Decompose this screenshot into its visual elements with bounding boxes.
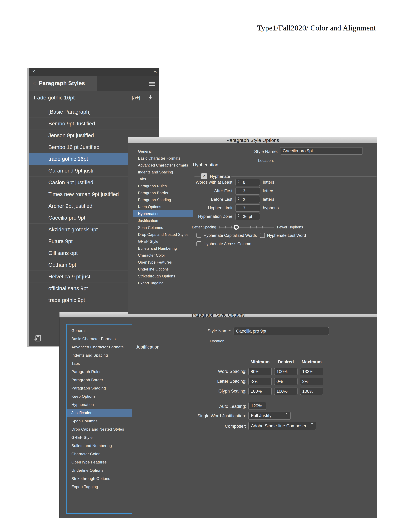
settings-category-item[interactable]: Paragraph Rules — [66, 368, 132, 376]
stepper-down-icon[interactable]: ˇ — [238, 217, 239, 218]
settings-category-item[interactable]: GREP Style — [133, 238, 193, 245]
settings-category-item[interactable]: Export Tagging — [66, 483, 132, 491]
single-word-justification-select[interactable]: Full Justify ˇ — [248, 412, 291, 420]
field-value[interactable]: 3 — [241, 205, 260, 211]
stepper-down-icon[interactable]: ˇ — [238, 191, 239, 193]
current-style-row[interactable]: trade gothic 16pt [a+] — [29, 91, 159, 106]
hyphenation-slider-knob[interactable] — [234, 225, 239, 230]
dialog-titlebar[interactable]: Paragraph Style Options — [128, 137, 377, 143]
style-name-input[interactable]: Caecilia pro 9pt — [280, 147, 363, 155]
settings-category-item[interactable]: Underline Options — [66, 466, 132, 475]
value-field[interactable]: 0% — [274, 378, 298, 385]
select-value: Full Justify — [251, 413, 271, 418]
settings-category-item[interactable]: Hyphenation — [133, 210, 193, 217]
settings-category-item[interactable]: Strikethrough Options — [133, 273, 193, 280]
settings-category-list: GeneralBasic Character FormatsAdvanced C… — [66, 324, 132, 514]
settings-category-item[interactable]: Character Color — [66, 450, 132, 458]
lightning-icon — [148, 95, 152, 102]
checkbox-row[interactable]: Hyphenate Across Column — [196, 241, 251, 246]
settings-category-item[interactable]: Character Color — [133, 252, 193, 259]
numeric-stepper[interactable]: ˆˇ2 — [235, 196, 260, 203]
value-field[interactable]: 2% — [300, 378, 323, 385]
settings-category-item[interactable]: Justification — [133, 217, 193, 224]
tab-paragraph-styles[interactable]: ◇ Paragraph Styles — [29, 76, 97, 91]
collapse-panel-icon[interactable]: « — [154, 68, 156, 74]
field-value[interactable]: 2 — [241, 196, 260, 203]
settings-category-item[interactable]: General — [133, 148, 193, 155]
settings-category-item[interactable]: Indents and Spacing — [133, 169, 193, 176]
numeric-stepper[interactable]: ˆˇ3 — [235, 204, 260, 212]
style-list-item[interactable]: [Basic Paragraph] — [29, 106, 159, 117]
checkbox-row[interactable]: Hyphenate Capitalized Words — [196, 233, 257, 238]
style-name-input[interactable]: Caecilia pro 9pt — [234, 327, 329, 335]
settings-category-item[interactable]: Tabs — [133, 176, 193, 183]
settings-category-item[interactable]: Advanced Character Formats — [133, 162, 193, 169]
settings-category-item[interactable]: General — [66, 326, 132, 335]
numeric-stepper[interactable]: ˆˇ6 — [235, 179, 260, 186]
settings-category-item[interactable]: Bullets and Numbering — [66, 442, 132, 450]
value-field[interactable]: 100% — [300, 388, 323, 395]
value-field[interactable]: 100% — [248, 388, 272, 395]
stepper-buttons[interactable]: ˆˇ — [236, 188, 241, 194]
settings-category-item[interactable]: Span Columns — [66, 417, 132, 425]
value-field[interactable]: 100% — [274, 368, 298, 375]
chevron-down-icon: ˇ — [311, 422, 313, 429]
slider-right-label: Fewer Hyphens — [277, 225, 303, 229]
settings-category-item[interactable]: Drop Caps and Nested Styles — [66, 425, 132, 433]
stepper-buttons[interactable]: ˆˇ — [236, 196, 241, 203]
location-label: Location: — [258, 158, 274, 163]
panel-menu-icon[interactable] — [149, 81, 155, 86]
value-field[interactable]: 80% — [248, 368, 272, 375]
settings-category-item[interactable]: GREP Style — [66, 433, 132, 442]
stepper-buttons[interactable]: ˆˇ — [236, 205, 241, 211]
settings-category-item[interactable]: Justification — [66, 409, 132, 417]
load-styles-icon[interactable] — [34, 334, 41, 344]
checkbox[interactable] — [196, 233, 201, 238]
stepper-down-icon[interactable]: ˇ — [238, 200, 239, 201]
settings-category-item[interactable]: Keep Options — [133, 203, 193, 210]
checkbox[interactable] — [260, 233, 265, 238]
settings-category-item[interactable]: Indents and Spacing — [66, 351, 132, 359]
value-field[interactable]: 133% — [300, 368, 323, 375]
numeric-stepper[interactable]: ˆˇ3 — [235, 187, 260, 195]
close-icon[interactable]: × — [32, 68, 35, 74]
field-unit: letters — [263, 188, 274, 193]
settings-category-item[interactable]: Paragraph Border — [66, 376, 132, 384]
stepper-down-icon[interactable]: ˇ — [238, 182, 239, 184]
settings-category-item[interactable]: Basic Character Formats — [66, 335, 132, 343]
checkbox-row[interactable]: Hyphenate Last Word — [260, 233, 306, 238]
stepper-buttons[interactable]: ˆˇ — [236, 213, 241, 220]
composer-select[interactable]: Adobe Single-line Composer ˇ — [248, 422, 316, 430]
value-field[interactable]: -2% — [248, 378, 272, 385]
settings-category-item[interactable]: OpenType Features — [66, 458, 132, 466]
stepper-buttons[interactable]: ˆˇ — [236, 179, 241, 186]
value-field[interactable]: 100% — [274, 388, 298, 395]
settings-category-item[interactable]: Export Tagging — [133, 280, 193, 287]
settings-category-item[interactable]: Paragraph Border — [133, 190, 193, 197]
settings-category-item[interactable]: Bullets and Numbering — [133, 245, 193, 252]
divider — [136, 356, 376, 356]
settings-category-item[interactable]: Drop Caps and Nested Styles — [133, 231, 193, 238]
stepper-down-icon[interactable]: ˇ — [238, 208, 239, 210]
numeric-stepper[interactable]: ˆˇ36 pt — [235, 213, 260, 220]
settings-category-item[interactable]: Strikethrough Options — [66, 475, 132, 483]
style-list-item[interactable]: Bembo 9pt Justified — [29, 117, 159, 129]
settings-category-item[interactable]: Underline Options — [133, 266, 193, 273]
settings-category-item[interactable]: Paragraph Shading — [133, 197, 193, 203]
justification-table: Word Spacing:80%100%133%Letter Spacing:-… — [182, 367, 326, 396]
field-value[interactable]: 6 — [241, 179, 260, 186]
settings-category-item[interactable]: Paragraph Shading — [66, 384, 132, 392]
settings-category-item[interactable]: Span Columns — [133, 224, 193, 231]
settings-category-item[interactable]: Basic Character Formats — [133, 155, 193, 162]
field-value[interactable]: 3 — [241, 188, 260, 194]
settings-category-item[interactable]: Advanced Character Formats — [66, 343, 132, 351]
auto-leading-input[interactable]: 120% — [248, 402, 266, 410]
settings-category-item[interactable]: OpenType Features — [133, 259, 193, 266]
field-value[interactable]: 36 pt — [241, 213, 260, 220]
settings-category-item[interactable]: Paragraph Rules — [133, 183, 193, 190]
settings-category-item[interactable]: Hyphenation — [66, 400, 132, 409]
checkbox[interactable] — [196, 241, 201, 246]
settings-category-item[interactable]: Keep Options — [66, 392, 132, 400]
hyphenation-slider-track[interactable] — [219, 226, 274, 228]
settings-category-item[interactable]: Tabs — [66, 359, 132, 368]
